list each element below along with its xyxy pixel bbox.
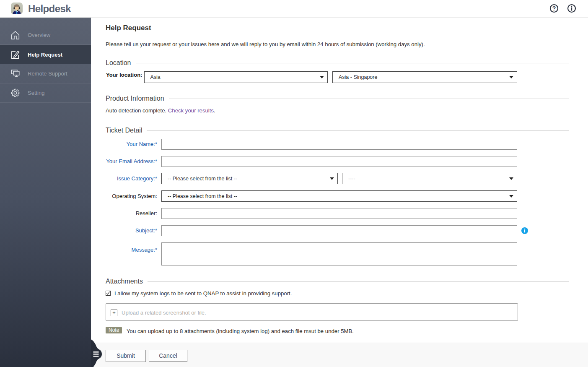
svg-text:?: ? [552,5,556,12]
